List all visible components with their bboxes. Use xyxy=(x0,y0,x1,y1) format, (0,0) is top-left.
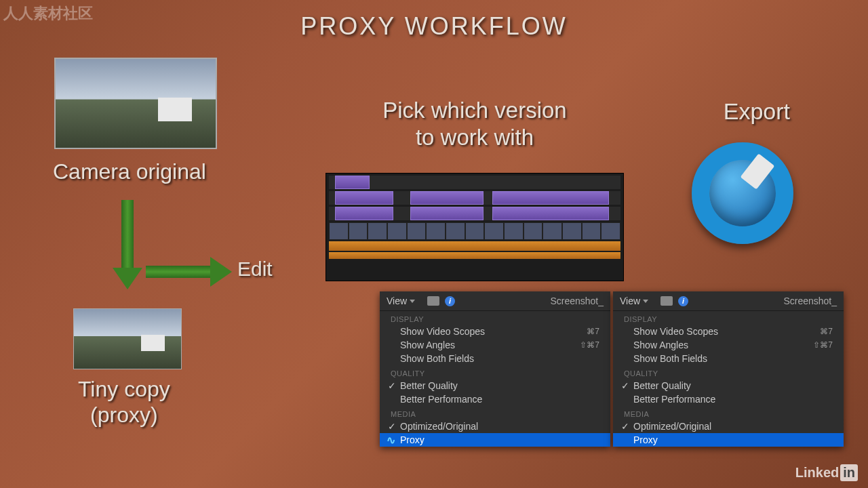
timeline-screenshot xyxy=(326,173,624,281)
menu-show-video-scopes[interactable]: Show Video Scopes⌘7 xyxy=(613,325,844,338)
quality-section-header: QUALITY xyxy=(613,365,844,379)
media-section-header: MEDIA xyxy=(613,406,844,420)
menu-optimized-original[interactable]: Optimized/Original xyxy=(613,420,844,433)
menu-better-performance[interactable]: Better Performance xyxy=(613,392,844,406)
menu-better-quality[interactable]: Better Quality xyxy=(613,379,844,392)
chevron-down-icon xyxy=(410,300,415,303)
info-icon[interactable]: i xyxy=(445,296,455,306)
linkedin-logo: Linkedin xyxy=(795,464,858,481)
display-section-header: DISPLAY xyxy=(613,311,844,325)
edit-label: Edit xyxy=(237,258,273,281)
menu-proxy[interactable]: Proxy xyxy=(613,433,844,447)
view-dropdown[interactable]: View xyxy=(620,296,648,306)
menu-show-angles[interactable]: Show Angles⇧⌘7 xyxy=(613,338,844,352)
camera-original-label: Camera original xyxy=(53,159,206,184)
menu-show-both-fields[interactable]: Show Both Fields xyxy=(380,352,610,365)
clip-name-label: Screenshot_ xyxy=(550,296,604,306)
view-dropdown[interactable]: View xyxy=(387,296,415,306)
proxy-thumbnail xyxy=(73,308,182,369)
view-menu-panel-right: View i Screenshot_ DISPLAY Show Video Sc… xyxy=(613,291,844,447)
watermark-top-left: 人人素材社区 xyxy=(3,3,93,24)
pick-version-label: Pick which versionto work with xyxy=(329,97,620,150)
display-section-header: DISPLAY xyxy=(380,311,610,325)
menu-proxy[interactable]: Proxy xyxy=(380,433,610,447)
menu-show-both-fields[interactable]: Show Both Fields xyxy=(613,352,844,365)
quicktime-icon xyxy=(692,142,807,258)
clip-name-label: Screenshot_ xyxy=(783,296,837,306)
menu-show-angles[interactable]: Show Angles⇧⌘7 xyxy=(380,338,610,352)
media-section-header: MEDIA xyxy=(380,406,610,420)
menu-show-video-scopes[interactable]: Show Video Scopes⌘7 xyxy=(380,325,610,338)
arrow-down-icon xyxy=(115,200,140,288)
panel-layout-icon[interactable] xyxy=(660,296,673,306)
panel-layout-icon[interactable] xyxy=(427,296,439,306)
info-icon[interactable]: i xyxy=(678,296,688,306)
slide-title: PROXY WORKFLOW xyxy=(0,0,868,41)
chevron-down-icon xyxy=(643,300,648,303)
quality-section-header: QUALITY xyxy=(380,365,610,379)
export-label: Export xyxy=(724,98,790,125)
menu-better-performance[interactable]: Better Performance xyxy=(380,392,610,406)
menu-optimized-original[interactable]: Optimized/Original xyxy=(380,420,610,433)
arrow-right-icon xyxy=(146,260,234,284)
proxy-label: Tiny copy(proxy) xyxy=(78,376,170,428)
menu-better-quality[interactable]: Better Quality xyxy=(380,379,610,392)
view-menu-panel-left: View i Screenshot_ DISPLAY Show Video Sc… xyxy=(380,291,610,447)
camera-original-thumbnail xyxy=(54,58,217,149)
